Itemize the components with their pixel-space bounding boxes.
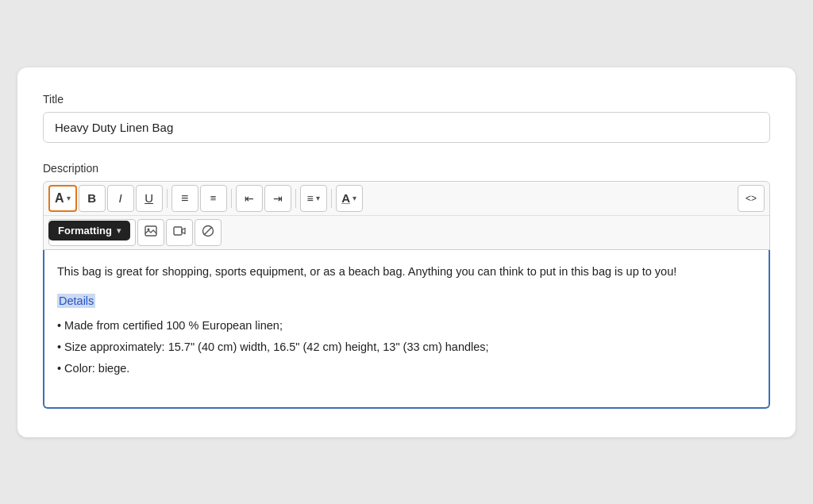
bold-button[interactable]: B bbox=[79, 185, 106, 212]
font-size-button[interactable]: A ▾ bbox=[48, 185, 77, 212]
font-size-chevron-icon: ▾ bbox=[67, 194, 71, 202]
toolbar-separator-2 bbox=[231, 189, 232, 208]
list-item-2: Size approximately: 15.7" (40 cm) width,… bbox=[57, 338, 756, 356]
font-color-label: A bbox=[341, 191, 350, 205]
svg-rect-2 bbox=[174, 227, 182, 235]
source-code-button[interactable]: <> bbox=[738, 185, 765, 212]
title-input[interactable] bbox=[43, 112, 770, 143]
source-code-label: <> bbox=[746, 193, 757, 204]
toolbar-separator-4 bbox=[331, 189, 332, 208]
description-field-group: Description A ▾ Formatting ▾ B bbox=[43, 162, 770, 409]
formatting-tooltip: Formatting ▾ bbox=[48, 221, 130, 240]
ordered-list-icon: ≡ bbox=[210, 192, 217, 204]
details-list: Made from certified 100 % European linen… bbox=[57, 317, 756, 379]
list-item-3: Color: biege. bbox=[57, 360, 756, 378]
list-item-1: Made from certified 100 % European linen… bbox=[57, 317, 756, 335]
block-icon bbox=[202, 225, 214, 240]
description-label: Description bbox=[43, 162, 770, 175]
description-paragraph: This bag is great for shopping, sports e… bbox=[57, 263, 756, 281]
font-color-chevron-icon: ▾ bbox=[353, 194, 356, 202]
align-chevron-icon: ▾ bbox=[316, 194, 320, 202]
align-icon: ≡ bbox=[306, 192, 313, 205]
ordered-list-button[interactable]: ≡ bbox=[200, 185, 227, 212]
font-color-button[interactable]: A ▾ bbox=[336, 185, 363, 212]
editor-card: Title Description A ▾ Formatting ▾ bbox=[17, 67, 796, 437]
unordered-list-icon: ≡ bbox=[181, 191, 188, 206]
indent-increase-button[interactable]: ⇥ bbox=[264, 185, 291, 212]
align-button[interactable]: ≡ ▾ bbox=[300, 185, 327, 212]
title-field-group: Title bbox=[43, 93, 770, 143]
unordered-list-button[interactable]: ≡ bbox=[171, 185, 198, 212]
indent-increase-icon: ⇥ bbox=[273, 192, 283, 205]
font-size-label: A bbox=[55, 191, 64, 206]
details-heading[interactable]: Details bbox=[57, 294, 95, 308]
tooltip-chevron-icon: ▾ bbox=[117, 226, 121, 235]
svg-line-4 bbox=[204, 227, 212, 235]
description-toolbar: A ▾ Formatting ▾ B I U bbox=[43, 181, 770, 250]
indent-decrease-icon: ⇤ bbox=[245, 192, 254, 205]
description-content-area[interactable]: This bag is great for shopping, sports e… bbox=[43, 250, 770, 409]
toolbar-row-2: Formatting ▾ bbox=[44, 216, 769, 249]
block-button[interactable] bbox=[195, 219, 222, 246]
image-button[interactable] bbox=[137, 219, 164, 246]
video-icon bbox=[173, 225, 186, 239]
image-icon bbox=[144, 225, 157, 239]
italic-button[interactable]: I bbox=[107, 185, 134, 212]
toolbar-separator-3 bbox=[295, 189, 296, 208]
underline-button[interactable]: U bbox=[136, 185, 163, 212]
toolbar-separator-1 bbox=[167, 189, 168, 208]
title-label: Title bbox=[43, 93, 770, 106]
indent-decrease-button[interactable]: ⇤ bbox=[236, 185, 263, 212]
video-button[interactable] bbox=[166, 219, 193, 246]
toolbar-row-1: A ▾ Formatting ▾ B I U bbox=[44, 182, 769, 216]
